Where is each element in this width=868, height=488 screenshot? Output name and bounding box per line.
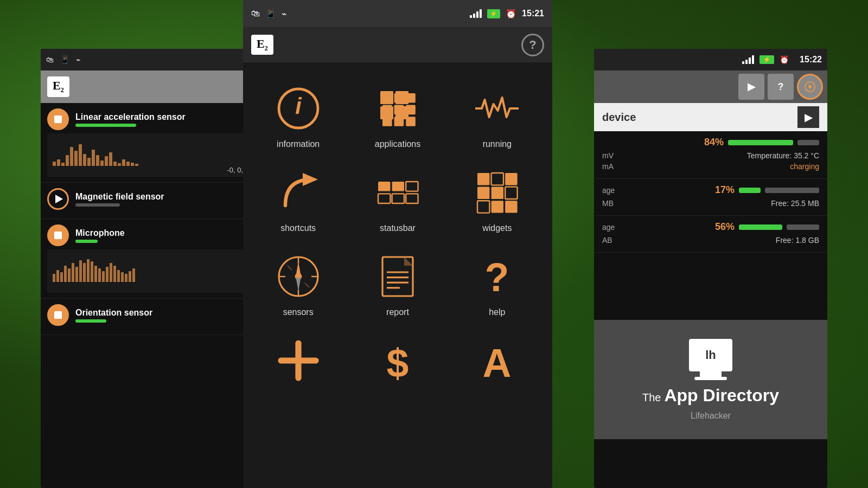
play-icon xyxy=(55,195,63,203)
ma-label: mA xyxy=(602,162,614,171)
menu-item-plus[interactable] xyxy=(248,325,348,393)
menu-item-sensors[interactable]: sensors xyxy=(248,241,348,325)
battery-bar-remainder xyxy=(797,140,819,145)
svg-rect-15 xyxy=(394,117,404,126)
menu-item-dollar[interactable]: $ xyxy=(348,325,447,393)
info-circle-icon: i xyxy=(274,84,323,133)
grid-full-icon xyxy=(473,168,521,217)
app-dir-name: App Directory xyxy=(664,386,779,406)
svg-rect-30 xyxy=(477,201,489,213)
device-arrow-btn[interactable]: ▶ xyxy=(797,106,819,128)
svg-line-41 xyxy=(288,266,292,270)
storage1-bar-remainder xyxy=(765,188,819,193)
stop-icon-orient xyxy=(54,311,62,319)
storage-section-1: age 17% MB Free: 25.5 MB xyxy=(594,179,827,216)
svg-rect-11 xyxy=(382,105,392,115)
svg-rect-25 xyxy=(492,173,503,185)
svg-rect-9 xyxy=(394,93,404,103)
target-btn[interactable] xyxy=(797,74,823,100)
letter-a-icon: A xyxy=(473,336,521,385)
share-arrow-icon xyxy=(274,168,323,217)
svg-rect-13 xyxy=(406,105,416,115)
menu-label-help: help xyxy=(489,307,505,317)
svg-marker-39 xyxy=(296,261,301,279)
svg-rect-26 xyxy=(506,173,518,185)
heartbeat-icon xyxy=(473,84,521,133)
app-dir-the: The xyxy=(642,391,661,404)
play-btn[interactable]: ▶ xyxy=(738,74,764,100)
question-mark-icon: ? xyxy=(473,252,521,301)
center-logo-sub: 2 xyxy=(265,44,268,52)
sensor-name-mic: Microphone xyxy=(75,228,125,238)
app-dir-title: The App Directory xyxy=(642,386,779,406)
svg-rect-22 xyxy=(392,194,404,203)
svg-rect-27 xyxy=(477,187,489,199)
svg-text:$: $ xyxy=(387,341,409,382)
stop-icon-mic xyxy=(54,232,62,239)
right-alarm-icon: ⏰ xyxy=(780,55,789,64)
svg-point-54 xyxy=(808,85,812,88)
svg-marker-17 xyxy=(303,173,318,186)
grid-apps-icon xyxy=(373,84,422,133)
temperature-label: Temperature: 35.2 °C xyxy=(747,151,819,160)
svg-rect-28 xyxy=(492,187,503,199)
sensor-bar-linear xyxy=(75,124,136,127)
menu-item-letter-a[interactable]: A xyxy=(448,325,547,393)
menu-item-running[interactable]: running xyxy=(448,73,547,157)
menu-item-statusbar[interactable]: statusbar xyxy=(348,157,447,241)
grid-partial-icon xyxy=(373,168,422,217)
storage1-label: age xyxy=(602,186,615,195)
battery-section: 84% mV Temperature: 35.2 °C mA charging xyxy=(594,131,827,179)
storage2-percent: 56% xyxy=(715,221,735,233)
svg-text:?: ? xyxy=(485,255,509,298)
app-dir-subtitle: Lifehacker xyxy=(691,411,731,421)
sensor-name-orient: Orientation sensor xyxy=(75,308,152,318)
svg-rect-10 xyxy=(406,93,416,103)
sensor-stop-btn-linear[interactable] xyxy=(47,108,69,130)
right-toolbar: ▶ ? xyxy=(594,70,827,103)
storage1-percent: 17% xyxy=(715,184,735,196)
battery-icon-center: ⚡ xyxy=(487,9,500,18)
sensor-name-linear: Linear acceleration sensor xyxy=(75,112,186,122)
menu-item-shortcuts[interactable]: shortcuts xyxy=(248,157,348,241)
storage1-sub1: MB xyxy=(602,199,614,208)
center-menu-grid: i information xyxy=(243,62,552,404)
monitor-screen: lh xyxy=(689,339,732,371)
svg-rect-18 xyxy=(378,182,390,191)
sensor-chart-linear: -0, 0, 0 [m/s²] xyxy=(47,133,273,177)
sensor-play-btn-magnetic[interactable] xyxy=(47,188,69,210)
sensor-stop-btn-orient[interactable] xyxy=(47,304,69,326)
center-android-icon: 📱 xyxy=(265,9,276,19)
menu-item-information[interactable]: i information xyxy=(248,73,348,157)
center-help-btn[interactable]: ? xyxy=(521,34,544,56)
chart-bars-mic xyxy=(47,255,273,282)
question-btn[interactable]: ? xyxy=(768,74,794,100)
app-directory-overlay: lh The App Directory Lifehacker xyxy=(594,320,827,439)
svg-rect-19 xyxy=(392,182,404,191)
lh-monitor: lh xyxy=(689,339,732,380)
signal-bars-center xyxy=(470,9,482,18)
menu-item-applications[interactable]: applications xyxy=(348,73,447,157)
menu-label-running: running xyxy=(483,139,512,149)
sensor-stop-btn-mic[interactable] xyxy=(47,224,69,246)
center-logo: E2 xyxy=(251,35,273,55)
dollar-icon: $ xyxy=(373,336,422,385)
lh-logo-text: lh xyxy=(705,348,716,362)
android-icon: 📱 xyxy=(60,55,69,64)
menu-item-widgets[interactable]: widgets xyxy=(448,157,547,241)
menu-item-report[interactable]: report xyxy=(348,241,447,325)
svg-marker-40 xyxy=(296,277,301,292)
mv-label: mV xyxy=(602,151,614,160)
storage1-free: Free: 25.5 MB xyxy=(771,199,819,208)
menu-item-help[interactable]: ? help xyxy=(448,241,547,325)
center-status-bar: 🛍 📱 ⌁ ⚡ ⏰ 15:21 xyxy=(243,0,552,27)
center-panel: 🛍 📱 ⌁ ⚡ ⏰ 15:21 E2 ? xyxy=(243,0,552,488)
signal-bars-right xyxy=(742,55,754,64)
storage2-label: age xyxy=(602,223,615,232)
monitor-stand xyxy=(700,371,722,377)
battery-percent: 84% xyxy=(704,137,724,148)
menu-label-report: report xyxy=(386,307,409,317)
left-logo-sub: 2 xyxy=(61,87,64,94)
svg-rect-32 xyxy=(506,201,518,213)
compass-icon xyxy=(274,252,323,301)
